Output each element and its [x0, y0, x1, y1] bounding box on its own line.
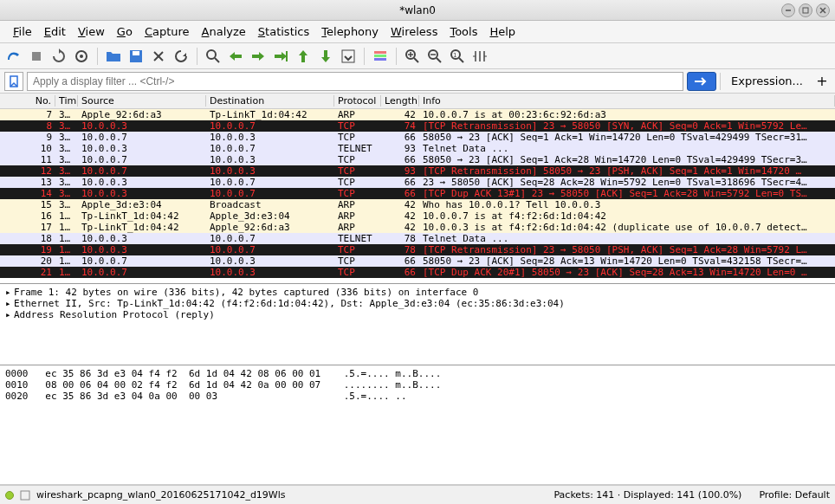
- packet-row[interactable]: 93…10.0.0.710.0.0.3TCP6658050 → 23 [ACK]…: [0, 132, 835, 143]
- auto-scroll-button[interactable]: [338, 46, 359, 67]
- svg-line-26: [414, 58, 418, 62]
- detail-line[interactable]: ▸Frame 1: 42 bytes on wire (336 bits), 4…: [5, 287, 830, 298]
- svg-point-5: [76, 51, 87, 61]
- svg-line-2: [820, 8, 825, 13]
- packet-row[interactable]: 153…Apple_3d:e3:04BroadcastARP42Who has …: [0, 199, 835, 210]
- go-forward-button[interactable]: [248, 46, 269, 67]
- svg-point-6: [80, 55, 83, 58]
- packet-detail-pane[interactable]: ▸Frame 1: 42 bytes on wire (336 bits), 4…: [0, 284, 835, 365]
- svg-line-12: [215, 58, 219, 62]
- save-file-button[interactable]: [126, 46, 146, 67]
- reload-button[interactable]: [171, 46, 191, 67]
- packet-row[interactable]: 83…10.0.0.310.0.0.7TCP74[TCP Retransmiss…: [0, 120, 835, 132]
- svg-rect-36: [10, 76, 17, 87]
- go-last-button[interactable]: [315, 46, 336, 67]
- status-profile[interactable]: Profile: Default: [759, 489, 830, 501]
- hex-line[interactable]: 0000 ec 35 86 3d e3 04 f4 f2 6d 1d 04 42…: [5, 368, 830, 379]
- packet-row[interactable]: 103…10.0.0.310.0.0.7TELNET93Telnet Data …: [0, 143, 835, 154]
- menu-telephony[interactable]: Telephony: [315, 23, 385, 41]
- status-stats: Packets: 141 · Displayed: 141 (100.0%): [553, 489, 741, 501]
- col-protocol[interactable]: Protocol: [334, 95, 381, 107]
- menubar: File Edit View Go Capture Analyze Statis…: [0, 21, 835, 43]
- filter-bookmark-button[interactable]: [4, 72, 23, 91]
- filter-apply-button[interactable]: [687, 72, 716, 91]
- menu-view[interactable]: View: [72, 23, 111, 41]
- minimize-button[interactable]: [781, 3, 795, 17]
- packet-row[interactable]: 161…Tp-LinkT_1d:04:42Apple_3d:e3:04ARP42…: [0, 210, 835, 222]
- go-back-button[interactable]: [225, 46, 246, 67]
- col-destination[interactable]: Destination: [206, 95, 334, 107]
- svg-rect-21: [374, 55, 386, 57]
- colorize-button[interactable]: [370, 46, 391, 67]
- col-info[interactable]: Info: [419, 95, 835, 107]
- svg-rect-4: [32, 52, 41, 61]
- col-no[interactable]: No.: [0, 95, 55, 107]
- packet-list-rows[interactable]: 73…Apple_92:6d:a3Tp-LinkT_1d:04:42ARP421…: [0, 109, 835, 283]
- capture-options-button[interactable]: [71, 46, 92, 67]
- packet-row[interactable]: 181…10.0.0.310.0.0.7TELNET78Telnet Data …: [0, 233, 835, 244]
- svg-line-3: [820, 8, 825, 13]
- svg-line-29: [437, 58, 441, 62]
- filter-bar: Expression... +: [0, 69, 835, 94]
- menu-edit[interactable]: Edit: [38, 23, 72, 41]
- packet-row[interactable]: 143…10.0.0.310.0.0.7TCP66[TCP Dup ACK 13…: [0, 188, 835, 199]
- expand-icon[interactable]: ▸: [5, 298, 14, 309]
- menu-file[interactable]: File: [7, 23, 38, 41]
- svg-rect-14: [252, 55, 260, 58]
- expert-info-icon[interactable]: [5, 491, 14, 500]
- svg-text:1: 1: [453, 52, 456, 59]
- hex-line[interactable]: 0010 08 00 06 04 00 02 f4 f2 6d 1d 04 42…: [5, 379, 830, 391]
- find-button[interactable]: [203, 46, 223, 67]
- hex-dump-pane[interactable]: 0000 ec 35 86 3d e3 04 f4 f2 6d 1d 04 42…: [0, 365, 835, 485]
- hex-line[interactable]: 0020 ec 35 86 3d e3 04 0a 00 00 03 .5.=.…: [5, 391, 830, 402]
- open-file-button[interactable]: [103, 46, 124, 67]
- zoom-in-button[interactable]: [402, 46, 423, 67]
- svg-point-30: [451, 50, 460, 59]
- zoom-out-button[interactable]: [424, 46, 445, 67]
- packet-row[interactable]: 171…Tp-LinkT_1d:04:42Apple_92:6d:a3ARP42…: [0, 222, 835, 233]
- col-source[interactable]: Source: [78, 95, 206, 107]
- menu-help[interactable]: Help: [483, 23, 521, 41]
- menu-tools[interactable]: Tools: [443, 23, 483, 41]
- resize-columns-button[interactable]: [469, 46, 490, 67]
- packet-row[interactable]: 211…10.0.0.710.0.0.3TCP66[TCP Dup ACK 20…: [0, 267, 835, 278]
- expand-icon[interactable]: ▸: [5, 309, 14, 320]
- close-button[interactable]: [816, 3, 830, 17]
- detail-line[interactable]: ▸Ethernet II, Src: Tp-LinkT_1d:04:42 (f4…: [5, 298, 830, 309]
- col-time[interactable]: Tim: [55, 95, 78, 107]
- menu-go[interactable]: Go: [111, 23, 139, 41]
- packet-row[interactable]: 201…10.0.0.710.0.0.3TCP6658050 → 23 [ACK…: [0, 255, 835, 267]
- svg-rect-18: [324, 50, 327, 58]
- display-filter-input[interactable]: [27, 72, 683, 91]
- restart-capture-button[interactable]: [49, 46, 69, 67]
- go-to-packet-button[interactable]: [270, 46, 291, 67]
- svg-rect-13: [234, 55, 242, 58]
- menu-capture[interactable]: Capture: [139, 23, 196, 41]
- menu-analyze[interactable]: Analyze: [196, 23, 252, 41]
- packet-row[interactable]: 191…10.0.0.310.0.0.7TCP78[TCP Retransmis…: [0, 244, 835, 255]
- svg-line-9: [154, 52, 163, 61]
- filter-add-button[interactable]: +: [813, 72, 831, 91]
- svg-rect-22: [374, 58, 386, 61]
- close-file-button[interactable]: [148, 46, 169, 67]
- packet-list-pane: No. Tim Source Destination Protocol Leng…: [0, 94, 835, 284]
- svg-point-11: [207, 50, 216, 59]
- stop-capture-button[interactable]: [26, 46, 47, 67]
- filter-expression-button[interactable]: Expression...: [724, 74, 810, 87]
- packet-list-header: No. Tim Source Destination Protocol Leng…: [0, 94, 835, 109]
- detail-line[interactable]: ▸Address Resolution Protocol (reply): [5, 309, 830, 320]
- col-length[interactable]: Length: [381, 95, 419, 107]
- maximize-button[interactable]: [799, 3, 812, 17]
- packet-row[interactable]: 133…10.0.0.310.0.0.7TCP6623 → 58050 [ACK…: [0, 177, 835, 188]
- zoom-reset-button[interactable]: 1: [447, 46, 468, 67]
- packet-row[interactable]: 113…10.0.0.710.0.0.3TCP6658050 → 23 [ACK…: [0, 154, 835, 165]
- go-first-button[interactable]: [293, 46, 314, 67]
- menu-wireless[interactable]: Wireless: [385, 23, 443, 41]
- svg-rect-17: [301, 55, 305, 62]
- menu-statistics[interactable]: Statistics: [252, 23, 315, 41]
- packet-row[interactable]: 123…10.0.0.710.0.0.3TCP93[TCP Retransmis…: [0, 165, 835, 177]
- start-capture-button[interactable]: [3, 46, 24, 67]
- svg-rect-15: [275, 55, 282, 58]
- packet-row[interactable]: 73…Apple_92:6d:a3Tp-LinkT_1d:04:42ARP421…: [0, 109, 835, 120]
- expand-icon[interactable]: ▸: [5, 287, 14, 298]
